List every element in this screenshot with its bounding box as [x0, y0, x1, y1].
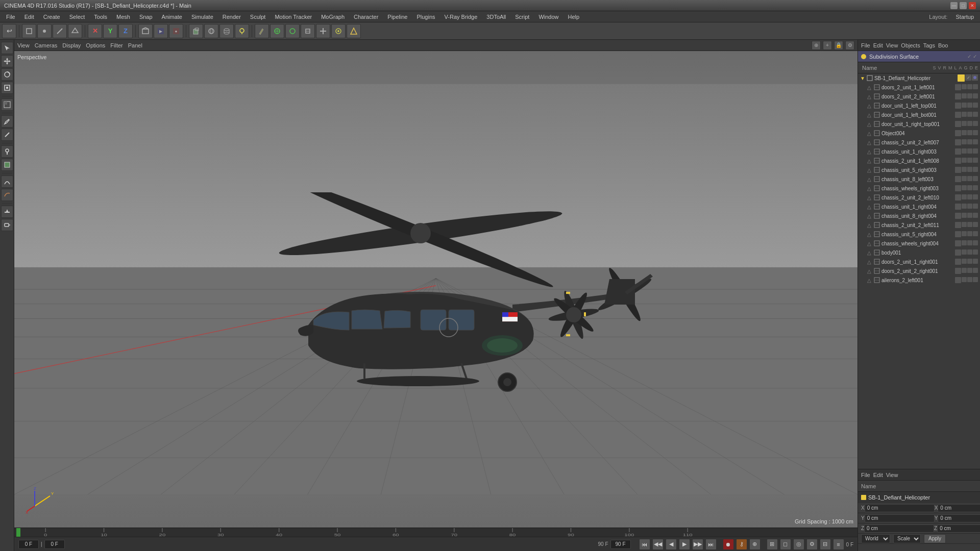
obj-item-13[interactable]: △ chassis_unit_1_right004	[858, 202, 980, 211]
obj-tag-2-3[interactable]	[967, 112, 972, 117]
left-tool-deform[interactable]	[1, 189, 13, 201]
obj-tag-1-1[interactable]	[962, 93, 967, 98]
obj-dot-12[interactable]	[955, 194, 961, 201]
obj-tag-3-5[interactable]	[973, 130, 978, 135]
om-edit[interactable]: Edit	[873, 42, 883, 48]
obj-tag-2-8[interactable]	[967, 158, 972, 163]
transport-btn-c[interactable]: ◎	[793, 539, 804, 550]
tool-z[interactable]: Z	[118, 24, 133, 38]
transport-go-start[interactable]: ⏮	[639, 539, 650, 550]
obj-tag-1-4[interactable]	[962, 121, 967, 126]
obj-item-21[interactable]: △ ailerons_2_left001	[858, 276, 980, 285]
obj-tag-1-20[interactable]	[962, 268, 967, 273]
left-tool-tag[interactable]	[1, 219, 13, 231]
menu-3dtoall[interactable]: 3DToAll	[482, 13, 510, 21]
obj-tag-2-4[interactable]	[967, 121, 972, 126]
menu-mesh[interactable]: Mesh	[112, 13, 134, 21]
obj-dot-18[interactable]	[955, 249, 961, 256]
menu-window[interactable]: Window	[534, 13, 562, 21]
obj-tag-3-3[interactable]	[973, 112, 978, 117]
viewport[interactable]: Perspective Grid Spacing : 1000 cm Y Z X	[14, 51, 857, 528]
obj-root-v[interactable]: ✓	[965, 74, 971, 81]
attr-x2-input[interactable]	[938, 504, 980, 512]
obj-root-tags[interactable]	[972, 74, 978, 81]
obj-tag-3-4[interactable]	[973, 121, 978, 126]
layout-value[interactable]: Startup	[952, 13, 978, 21]
scale-dropdown[interactable]: Scale	[893, 534, 921, 543]
obj-dot-8[interactable]	[955, 158, 961, 164]
obj-dot-17[interactable]	[955, 240, 961, 246]
attr-x-input[interactable]	[865, 504, 935, 512]
maximize-button[interactable]: □	[960, 2, 967, 9]
transport-go-end[interactable]: ⏭	[705, 539, 717, 550]
obj-tag-1-3[interactable]	[962, 112, 967, 117]
menu-file[interactable]: File	[2, 13, 19, 21]
obj-tag-2-17[interactable]	[967, 240, 972, 245]
obj-tag-3-11[interactable]	[973, 185, 978, 190]
obj-dot-5[interactable]	[955, 130, 961, 136]
obj-dot-10[interactable]	[955, 176, 961, 182]
vt-cameras[interactable]: Cameras	[35, 42, 58, 48]
tool-edit2[interactable]	[270, 24, 284, 38]
end-frame-input[interactable]	[610, 540, 631, 549]
obj-item-0[interactable]: △ doors_2_unit_1_left001	[858, 83, 980, 92]
om-view[interactable]: View	[886, 42, 898, 48]
world-dropdown[interactable]: World Object	[861, 534, 890, 543]
obj-item-4[interactable]: △ door_unit_1_right_top001	[858, 119, 980, 129]
obj-item-2[interactable]: △ door_unit_1_left_top001	[858, 101, 980, 110]
obj-item-19[interactable]: △ doors_2_unit_1_right001	[858, 257, 980, 266]
start-frame-input[interactable]	[44, 540, 65, 549]
menu-tools[interactable]: Tools	[90, 13, 111, 21]
transport-btn-b[interactable]: ◻	[780, 539, 791, 550]
obj-tag-3-14[interactable]	[973, 213, 978, 218]
om-file[interactable]: File	[861, 42, 870, 48]
tool-edit4[interactable]	[301, 24, 315, 38]
obj-dot-9[interactable]	[955, 167, 961, 173]
obj-dot-2[interactable]	[955, 103, 961, 109]
obj-dot-1[interactable]	[955, 93, 961, 99]
am-edit[interactable]: Edit	[873, 472, 883, 478]
obj-tag-1-6[interactable]	[962, 139, 967, 144]
obj-tag-2-11[interactable]	[967, 185, 972, 190]
transport-btn-d[interactable]: ⚙	[806, 539, 818, 550]
vc-settings[interactable]: ⚙	[845, 41, 854, 50]
tool-edit3[interactable]	[285, 24, 300, 38]
menu-sculpt[interactable]: Sculpt	[246, 13, 270, 21]
obj-tag-1-10[interactable]	[962, 176, 967, 181]
menu-character[interactable]: Character	[350, 13, 382, 21]
mode-polygon[interactable]	[68, 24, 82, 38]
obj-root-color[interactable]	[958, 74, 965, 82]
obj-tag-2-2[interactable]	[967, 103, 972, 108]
obj-dot-20[interactable]	[955, 268, 961, 274]
obj-item-20[interactable]: △ doors_2_unit_2_right001	[858, 266, 980, 276]
obj-tag-1-7[interactable]	[962, 148, 967, 154]
attr-y-input[interactable]	[865, 514, 935, 522]
obj-dot-4[interactable]	[955, 121, 961, 127]
om-objects[interactable]: Objects	[901, 42, 920, 48]
tool-cube[interactable]	[189, 24, 203, 38]
menu-mograph[interactable]: MoGraph	[317, 13, 349, 21]
obj-tag-2-19[interactable]	[967, 259, 972, 264]
obj-tag-3-21[interactable]	[973, 277, 978, 282]
obj-tag-2-13[interactable]	[967, 204, 972, 209]
transport-prev-frame[interactable]: ◀	[666, 539, 677, 550]
obj-dot-7[interactable]	[955, 148, 961, 155]
vc-plus[interactable]: +	[823, 41, 832, 50]
obj-root[interactable]: ▼ SB-1_Defiant_Helicopter ✓	[858, 73, 980, 83]
obj-tag-1-0[interactable]	[962, 84, 967, 89]
obj-item-1[interactable]: △ doors_2_unit_2_left001	[858, 92, 980, 101]
tool-y[interactable]: Y	[103, 24, 117, 38]
am-file[interactable]: File	[861, 472, 870, 478]
obj-tag-3-10[interactable]	[973, 176, 978, 181]
obj-tag-3-0[interactable]	[973, 84, 978, 89]
tool-edit5[interactable]	[316, 24, 330, 38]
menu-select[interactable]: Select	[65, 13, 89, 21]
obj-dot-19[interactable]	[955, 259, 961, 265]
obj-dot-13[interactable]	[955, 204, 961, 210]
minimize-button[interactable]: —	[950, 2, 958, 9]
left-tool-move[interactable]	[1, 55, 13, 67]
obj-item-11[interactable]: △ chassis_wheels_right003	[858, 184, 980, 193]
attr-y2-input[interactable]	[938, 514, 980, 522]
left-tool-pen[interactable]	[1, 115, 13, 128]
obj-item-15[interactable]: △ chassis_2_unit_2_left011	[858, 220, 980, 230]
